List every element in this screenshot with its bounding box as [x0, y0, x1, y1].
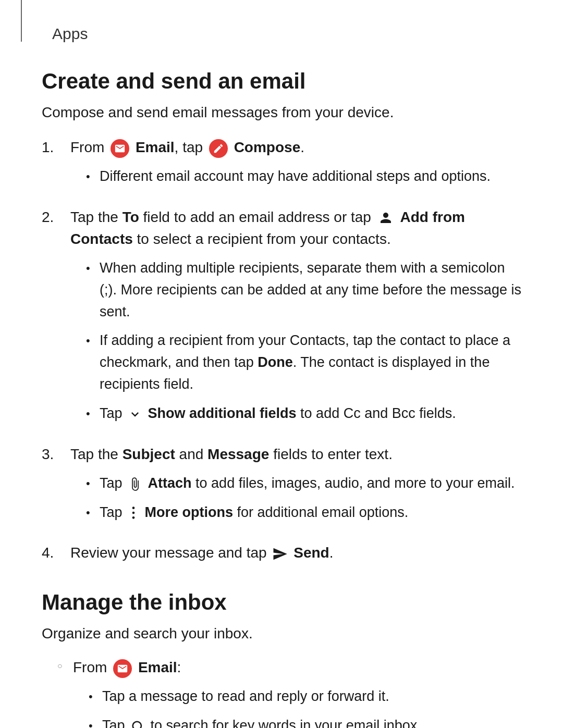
step-3-content: Tap the Subject and Message fields to en… — [70, 443, 521, 531]
bullet-dot: • — [86, 330, 100, 350]
steps-list: 1. From Email, tap Compose. — [42, 137, 521, 564]
manage-bullet-2-text: Tap to search for key words in your emai… — [102, 715, 521, 728]
step-4-text: Review your message and tap Send. — [70, 545, 333, 561]
page-container: Apps Create and send an email Compose an… — [0, 0, 563, 728]
step-4: 4. Review your message and tap Send. — [42, 542, 521, 564]
email-label-2: Email — [138, 659, 177, 675]
step-2-text: Tap the To field to add an email address… — [70, 209, 465, 247]
bullet-dot: • — [89, 686, 102, 706]
step-1: 1. From Email, tap Compose. — [42, 137, 521, 195]
create-email-subtitle: Compose and send email messages from you… — [42, 104, 521, 121]
bullet-dot: • — [86, 502, 100, 522]
svg-point-3 — [133, 722, 141, 728]
create-email-title: Create and send an email — [42, 69, 521, 94]
show-additional-fields-label: Show additional fields — [148, 405, 297, 421]
send-label: Send — [293, 545, 329, 561]
step-3-bullet-1: • Tap Attach to add files, images, audio… — [86, 473, 521, 495]
step-4-number: 4. — [42, 542, 70, 564]
contacts-icon — [377, 210, 395, 226]
bullet-dot: • — [86, 166, 100, 186]
attach-label: Attach — [148, 475, 192, 491]
circle-bullet: ○ — [57, 657, 73, 672]
step-2-bullets: • When adding multiple recipients, separ… — [70, 257, 521, 425]
message-label: Message — [207, 446, 269, 462]
done-label: Done — [258, 354, 293, 370]
search-icon — [130, 719, 145, 728]
step-2-bullet-3: • Tap Show additional fields to add Cc a… — [86, 403, 521, 425]
manage-from-content: From Email: • Tap a message to read and … — [73, 657, 521, 728]
step-2-bullet-2: • If adding a recipient from your Contac… — [86, 330, 521, 396]
bullet-dot: • — [86, 257, 100, 277]
step-1-text: From Email, tap Compose. — [70, 139, 304, 155]
manage-inbox-section: Manage the inbox Organize and search you… — [42, 590, 521, 728]
bullet-dot: • — [89, 715, 102, 728]
step-3-bullet-2-text: Tap More options for additional email op… — [100, 502, 521, 524]
bullet-dot: • — [86, 403, 100, 423]
left-border — [21, 0, 22, 42]
manage-inbox-subtitle: Organize and search your inbox. — [42, 625, 521, 642]
to-label: To — [123, 209, 139, 225]
step-1-email-label: Email — [136, 139, 175, 155]
subject-label: Subject — [123, 446, 175, 462]
svg-point-2 — [132, 516, 135, 519]
apps-label: Apps — [42, 16, 521, 43]
manage-bullet-1-text: Tap a message to read and reply or forwa… — [102, 686, 521, 708]
step-2-bullet-1: • When adding multiple recipients, separ… — [86, 257, 521, 323]
step-3-bullets: • Tap Attach to add files, images, audio… — [70, 473, 521, 524]
step-1-bullets: • Different email account may have addit… — [70, 166, 521, 188]
step-4-content: Review your message and tap Send. — [70, 542, 521, 564]
step-2-content: Tap the To field to add an email address… — [70, 206, 521, 432]
step-3-number: 3. — [42, 443, 70, 465]
manage-from-list: ○ From Email: • Tap a message to read an… — [42, 657, 521, 728]
create-email-section: Create and send an email Compose and sen… — [42, 69, 521, 564]
step-1-compose-label: Compose — [234, 139, 301, 155]
manage-inbox-title: Manage the inbox — [42, 590, 521, 615]
email-icon-2 — [113, 659, 132, 678]
step-3-bullet-1-text: Tap Attach to add files, images, audio, … — [100, 473, 521, 495]
manage-from-item: ○ From Email: • Tap a message to read an… — [57, 657, 521, 728]
compose-icon-1 — [209, 139, 228, 158]
bullet-dot: • — [86, 473, 100, 492]
paperclip-icon — [128, 477, 142, 491]
step-1-bullet-1-text: Different email account may have additio… — [100, 166, 521, 188]
step-1-content: From Email, tap Compose. • Di — [70, 137, 521, 195]
more-options-label-1: More options — [145, 504, 234, 520]
step-2: 2. Tap the To field to add an email addr… — [42, 206, 521, 432]
step-1-number: 1. — [42, 137, 70, 158]
manage-bullets: • Tap a message to read and reply or for… — [73, 686, 521, 728]
step-3-bullet-2: • Tap More options for additional email … — [86, 502, 521, 524]
step-1-bullet-1: • Different email account may have addit… — [86, 166, 521, 188]
step-2-number: 2. — [42, 206, 70, 228]
send-icon — [272, 546, 288, 562]
step-2-bullet-3-text: Tap Show additional fields to add Cc and… — [100, 403, 521, 425]
step-3: 3. Tap the Subject and Message fields to… — [42, 443, 521, 531]
more-options-icon-1 — [128, 505, 139, 520]
svg-point-0 — [132, 507, 135, 510]
svg-point-1 — [132, 512, 135, 514]
chevron-down-icon — [128, 407, 142, 422]
manage-from-text: From Email: — [73, 659, 181, 675]
manage-bullet-1: • Tap a message to read and reply or for… — [89, 686, 521, 708]
manage-bullet-2: • Tap to search for key words in your em… — [89, 715, 521, 728]
email-icon-1 — [111, 139, 129, 158]
step-3-text: Tap the Subject and Message fields to en… — [70, 446, 393, 462]
step-2-bullet-1-text: When adding multiple recipients, separat… — [100, 257, 521, 323]
step-2-bullet-2-text: If adding a recipient from your Contacts… — [100, 330, 521, 396]
